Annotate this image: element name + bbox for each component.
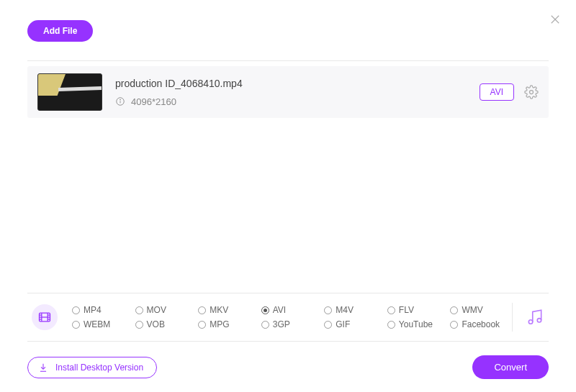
radio-icon	[387, 306, 395, 314]
format-label: WEBM	[84, 319, 110, 329]
format-label: MKV	[210, 305, 228, 315]
format-option-mkv[interactable]: MKV	[198, 305, 253, 315]
format-label: GIF	[336, 319, 350, 329]
format-label: VOB	[147, 319, 165, 329]
radio-icon	[198, 306, 206, 314]
format-option-vob[interactable]: VOB	[135, 319, 190, 329]
radio-icon	[450, 321, 458, 329]
add-file-button[interactable]: Add File	[27, 20, 93, 42]
format-badge[interactable]: AVI	[480, 83, 514, 101]
radio-icon	[387, 321, 395, 329]
file-row: production ID_4068410.mp4 4096*2160 AVI	[27, 66, 549, 118]
video-thumbnail[interactable]	[37, 73, 102, 111]
radio-icon	[135, 321, 143, 329]
format-option-mpg[interactable]: MPG	[198, 319, 253, 329]
format-option-avi[interactable]: AVI	[261, 305, 316, 315]
format-option-3gp[interactable]: 3GP	[261, 319, 316, 329]
format-option-facebook[interactable]: Facebook	[450, 319, 505, 329]
install-label: Install Desktop Version	[55, 363, 143, 373]
format-label: Facebook	[462, 319, 500, 329]
format-option-webm[interactable]: WEBM	[72, 319, 127, 329]
footer: Install Desktop Version Convert	[27, 355, 549, 379]
svg-point-5	[530, 91, 534, 94]
file-name: production ID_4068410.mp4	[115, 78, 480, 89]
format-option-mp4[interactable]: MP4	[72, 305, 127, 315]
info-icon	[115, 96, 125, 106]
format-option-wmv[interactable]: WMV	[450, 305, 505, 315]
format-option-flv[interactable]: FLV	[387, 305, 442, 315]
format-label: M4V	[336, 305, 354, 315]
convert-button[interactable]: Convert	[472, 355, 549, 379]
format-label: WMV	[462, 305, 482, 315]
format-label: AVI	[273, 305, 286, 315]
radio-icon	[135, 306, 143, 314]
file-info: 4096*2160	[115, 96, 480, 107]
music-icon[interactable]	[526, 308, 544, 327]
radio-icon	[450, 306, 458, 314]
format-option-gif[interactable]: GIF	[324, 319, 379, 329]
format-option-m4v[interactable]: M4V	[324, 305, 379, 315]
format-option-youtube[interactable]: YouTube	[387, 319, 442, 329]
format-label: MOV	[147, 305, 166, 315]
file-meta: production ID_4068410.mp4 4096*2160	[115, 78, 480, 107]
radio-icon	[198, 321, 206, 329]
format-label: YouTube	[399, 319, 433, 329]
svg-point-14	[528, 320, 532, 324]
radio-icon	[261, 321, 269, 329]
video-category-icon[interactable]	[32, 304, 58, 330]
format-option-mov[interactable]: MOV	[135, 305, 190, 315]
radio-icon	[324, 321, 332, 329]
install-desktop-button[interactable]: Install Desktop Version	[27, 357, 157, 378]
divider	[27, 60, 549, 61]
format-label: FLV	[399, 305, 414, 315]
svg-point-4	[120, 99, 121, 100]
svg-point-15	[537, 319, 541, 322]
format-label: 3GP	[273, 319, 290, 329]
formats-grid: MP4MOVMKVAVIM4VFLVWMVWEBMVOBMPG3GPGIFYou…	[72, 305, 505, 329]
download-icon	[38, 363, 48, 373]
radio-icon	[72, 306, 80, 314]
file-resolution: 4096*2160	[131, 96, 176, 107]
format-bar: MP4MOVMKVAVIM4VFLVWMVWEBMVOBMPG3GPGIFYou…	[27, 293, 549, 342]
radio-icon	[72, 321, 80, 329]
format-label: MP4	[84, 305, 102, 315]
format-label: MPG	[210, 319, 229, 329]
radio-icon	[261, 306, 269, 314]
radio-icon	[324, 306, 332, 314]
divider-vertical	[512, 303, 513, 332]
gear-icon[interactable]	[524, 85, 539, 99]
close-icon[interactable]	[549, 13, 562, 26]
